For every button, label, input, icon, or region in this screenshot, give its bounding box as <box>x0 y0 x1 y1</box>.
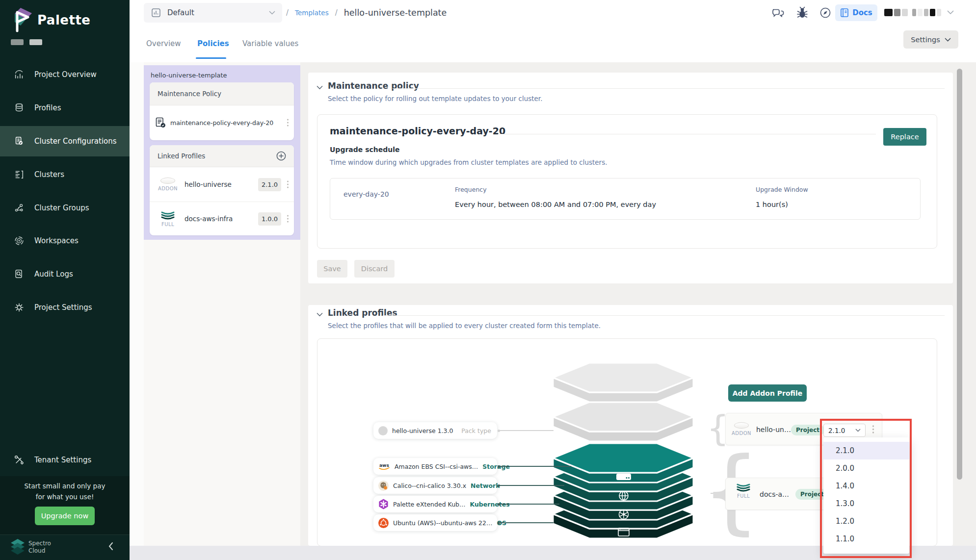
kebab-menu-icon[interactable] <box>872 425 874 434</box>
aws-icon: aws <box>378 462 390 471</box>
maintenance-policy-item-label: maintenance-policy-every-day-20 <box>170 119 282 127</box>
connector-line <box>500 430 554 431</box>
sidebar-item-project-overview[interactable]: Project Overview <box>0 59 130 90</box>
audit-logs-icon <box>14 269 25 280</box>
maintenance-policy-item[interactable]: maintenance-policy-every-day-20 <box>150 105 294 140</box>
connector-dot <box>498 484 500 487</box>
upgrade-schedule-description: Time window during which upgrades from c… <box>330 158 607 166</box>
profile-name: hello-universe <box>185 180 258 188</box>
sidebar-item-audit-logs[interactable]: Audit Logs <box>0 259 130 289</box>
user-menu-chevron-icon[interactable] <box>947 10 954 15</box>
docs-button[interactable]: Docs <box>835 4 877 21</box>
linked-profile-row-hello-universe[interactable]: ADDON hello-universe 2.1.0 <box>150 167 294 202</box>
breadcrumb-link-templates[interactable]: Templates <box>295 9 329 17</box>
schedule-name: every-day-20 <box>343 190 389 198</box>
sidebar-item-label: Project Overview <box>34 70 97 79</box>
pack-name: Ubuntu (AWS)--ubuntu-aws 22… <box>393 519 492 527</box>
frequency-label: Frequency <box>455 186 487 193</box>
upgrade-schedule-label: Upgrade schedule <box>330 146 400 153</box>
sidebar-item-label: Audit Logs <box>34 270 73 279</box>
spectro-cloud-logo-icon <box>9 539 26 556</box>
upgrade-text-line2: for what you use! <box>0 493 130 501</box>
redacted-project-label <box>11 39 24 45</box>
profile-name: docs-aws-infra <box>185 215 258 223</box>
feedback-chat-icon[interactable] <box>772 7 786 19</box>
palette-logo-icon <box>11 7 34 32</box>
pack-type-label: Pack type <box>461 427 491 434</box>
settings-button[interactable]: Settings <box>903 30 958 49</box>
app-logo-text: Palette <box>37 13 90 27</box>
section-rule <box>383 315 945 316</box>
pack-row-palette-extended-kubernetes[interactable]: Palette eXtended Kub… Kubernetes <box>373 496 497 512</box>
pack-type-label: Network <box>471 482 500 489</box>
sidebar-item-label: Tenant Settings <box>34 456 91 464</box>
policy-heading-rule <box>498 134 876 134</box>
tab-overview[interactable]: Overview <box>146 39 181 48</box>
version-option[interactable]: 1.2.0 <box>823 512 909 530</box>
active-tab-underline <box>196 57 226 59</box>
pack-row-amazon-ebs-csi[interactable]: aws Amazon EBS CSI--csi-aws… Storage <box>373 458 497 475</box>
version-option[interactable]: 1.1.0 <box>823 530 909 548</box>
upgrade-window-value: 1 hour(s) <box>756 201 788 208</box>
calico-icon <box>378 481 389 491</box>
sidebar-item-clusters[interactable]: Clusters <box>0 159 130 190</box>
kebab-menu-icon[interactable] <box>287 118 289 127</box>
project-selector-value: Default <box>167 8 269 17</box>
pack-row-calico[interactable]: Calico--cni-calico 3.30.x Network <box>373 477 497 494</box>
save-button[interactable]: Save <box>317 260 347 278</box>
linked-profile-row-docs-aws-infra[interactable]: FULL docs-aws-infra 1.0.0 <box>150 202 294 235</box>
bug-report-icon[interactable] <box>796 6 808 19</box>
section-collapse-chevron-icon[interactable] <box>317 312 323 317</box>
breadcrumb-separator: / <box>335 8 338 17</box>
linked-section-subtitle: Select the profiles that will be applied… <box>328 322 601 330</box>
tab-policies[interactable]: Policies <box>197 39 229 48</box>
profile-version-chip[interactable]: 1.0.0 <box>258 212 281 226</box>
infra-profile-icon-wrap: FULL <box>732 483 755 499</box>
schedule-row-card <box>330 178 921 220</box>
tab-variable-values[interactable]: Variable values <box>242 39 298 48</box>
kebab-menu-icon[interactable] <box>287 214 289 223</box>
collapse-sidebar-icon[interactable] <box>108 542 114 551</box>
section-collapse-chevron-icon[interactable] <box>317 85 323 90</box>
kebab-menu-icon[interactable] <box>287 180 289 189</box>
pack-row-hello-universe[interactable]: hello-universe 1.3.0 Pack type <box>373 422 497 439</box>
sidebar-item-cluster-groups[interactable]: Cluster Groups <box>0 193 130 223</box>
vertical-scrollbar[interactable] <box>957 69 962 480</box>
pack-name: Amazon EBS CSI--csi-aws… <box>395 463 478 470</box>
connector-line <box>500 504 559 505</box>
version-option[interactable]: 1.4.0 <box>823 477 909 495</box>
connector-dot <box>498 465 500 468</box>
discard-button[interactable]: Discard <box>354 260 395 278</box>
sidebar-item-workspaces[interactable]: Workspaces <box>0 226 130 256</box>
sidebar-item-profiles[interactable]: Profiles <box>0 93 130 123</box>
version-option[interactable]: 2.1.0 <box>823 442 909 459</box>
sidebar-item-tenant-settings[interactable]: Tenant Settings <box>0 445 130 475</box>
explore-compass-icon[interactable] <box>819 7 831 19</box>
project-overview-icon <box>14 69 25 80</box>
add-addon-profile-button[interactable]: Add Addon Profile <box>728 384 807 402</box>
workspaces-icon <box>14 235 25 246</box>
tools-icon <box>14 455 25 465</box>
sidebar-item-label: Cluster Configurations <box>34 137 117 146</box>
upgrade-text-line1: Start small and only pay <box>0 482 130 490</box>
pack-row-ubuntu[interactable]: Ubuntu (AWS)--ubuntu-aws 22… OS <box>373 514 497 531</box>
sidebar-divider <box>0 535 130 535</box>
project-selector[interactable]: Default <box>144 3 282 23</box>
maintenance-section-subtitle: Select the policy for rolling out templa… <box>328 95 542 102</box>
maintenance-policy-card-header: Maintenance Policy <box>150 82 294 105</box>
version-select[interactable]: 2.1.0 <box>823 424 866 437</box>
settings-button-label: Settings <box>911 36 940 44</box>
upgrade-now-button[interactable]: Upgrade now <box>35 507 95 525</box>
policy-name-heading: maintenance-policy-every-day-20 <box>330 126 505 136</box>
sidebar: Palette Project Overview Profiles Cluste… <box>0 0 130 560</box>
sidebar-item-project-settings[interactable]: Project Settings <box>0 292 130 323</box>
sidebar-item-cluster-configurations[interactable]: Cluster Configurations <box>0 126 130 156</box>
version-option[interactable]: 1.3.0 <box>823 495 909 512</box>
replace-policy-button[interactable]: Replace <box>883 128 926 146</box>
profile-version-chip[interactable]: 2.1.0 <box>258 178 281 191</box>
version-option[interactable]: 2.0.0 <box>823 459 909 477</box>
add-profile-plus-icon[interactable] <box>276 151 286 161</box>
sidebar-item-label: Profiles <box>34 103 61 112</box>
docs-button-label: Docs <box>852 8 872 17</box>
brand-name-bottom: Cloud <box>28 547 45 554</box>
